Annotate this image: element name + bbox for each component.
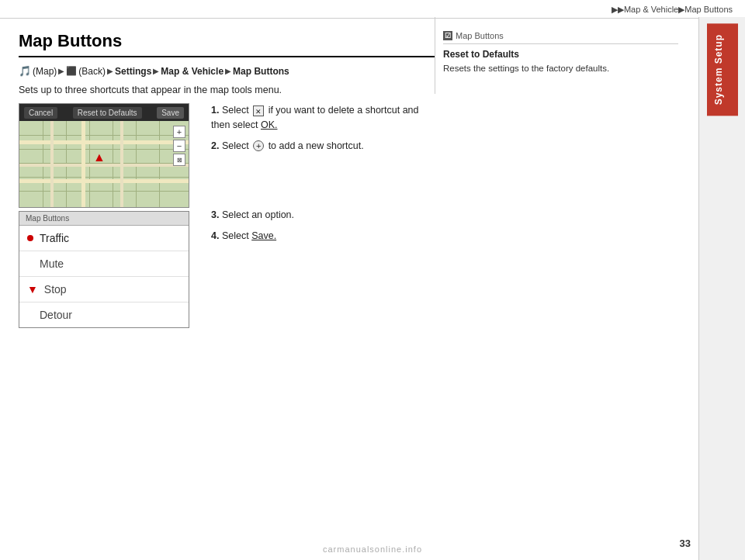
step-3: 3. Select an option. [211, 208, 435, 223]
grid-h2 [19, 149, 189, 150]
step-4-num: 4. [211, 230, 219, 241]
save-button[interactable]: Save [157, 107, 184, 119]
grid-h1 [19, 135, 189, 136]
content-left: Map Buttons 🎵 (Map) ▶ ⬛ (Back) ▶ Setting… [0, 17, 435, 347]
path-map-buttons: Map Buttons [233, 66, 289, 77]
steps-3-4-wrapper: 3. Select an option. 4. Select Save. [211, 208, 435, 244]
step-3-num: 3. [211, 209, 219, 220]
path-back-icon: ⬛ [66, 66, 77, 76]
map-screenshot: Cancel Reset to Defaults Save [19, 103, 189, 208]
path-settings: Settings [115, 66, 151, 77]
reset-title: Reset to Defaults [443, 49, 678, 60]
step-2-num: 2. [211, 140, 219, 151]
step-1-bold: OK. [261, 119, 278, 130]
cancel-button[interactable]: Cancel [24, 107, 57, 119]
reset-defaults-button[interactable]: Reset to Defaults [73, 107, 142, 119]
map-toolbar: Cancel Reset to Defaults Save [19, 104, 189, 121]
watermark: carmanualsonline.info [323, 544, 422, 554]
step-3-text: Select an option. [222, 209, 294, 220]
dropdown-label-detour: Detour [40, 309, 72, 321]
two-col-layout: Cancel Reset to Defaults Save [19, 103, 435, 328]
zoom-in-btn[interactable]: + [173, 126, 185, 138]
dropdown-label-traffic: Traffic [40, 232, 69, 244]
step-1: 1. Select ✕ if you want to delete a shor… [211, 103, 435, 133]
road-h3 [19, 179, 189, 183]
step-4-before: Select [222, 230, 249, 241]
path-arrow3: ▶ [153, 67, 159, 75]
path-arrow2: ▶ [107, 67, 113, 75]
road-v2 [81, 121, 85, 207]
stop-indicator: ▼ [27, 283, 38, 296]
dropdown-label-mute: Mute [40, 258, 64, 270]
right-sidebar: System Setup [698, 17, 745, 560]
path-icon-map: 🎵 [19, 65, 31, 77]
step-2-after: to add a new shortcut. [269, 140, 364, 151]
content-right: ☑ Map Buttons Reset to Defaults Resets t… [435, 17, 691, 94]
tilt-btn[interactable]: ⊠ [173, 154, 185, 166]
info-panel-header: ☑ Map Buttons [443, 31, 678, 44]
sidebar-tab-label: System Setup [707, 23, 738, 116]
grid-h5 [19, 191, 189, 192]
right-column: 1. Select ✕ if you want to delete a shor… [211, 103, 435, 249]
info-icon: ☑ [443, 31, 452, 40]
step-2: 2. Select + to add a new shortcut. [211, 139, 435, 154]
dropdown-header: Map Buttons [19, 212, 189, 226]
path-arrow4: ▶ [225, 67, 231, 75]
dropdown-item-detour[interactable]: Detour [19, 302, 189, 327]
step-1-num: 1. [211, 105, 219, 116]
info-panel-title: Map Buttons [456, 31, 504, 40]
traffic-indicator [27, 235, 33, 241]
path-map: (Map) [33, 66, 57, 77]
path-line: 🎵 (Map) ▶ ⬛ (Back) ▶ Settings ▶ Map & Ve… [19, 65, 435, 77]
page-number: 33 [680, 538, 691, 549]
map-buttons-dropdown: Map Buttons Traffic Mute ▼ Stop Detour [19, 211, 189, 328]
road-v1 [50, 121, 54, 207]
step-4: 4. Select Save. [211, 229, 435, 244]
road-v3 [120, 121, 123, 207]
map-controls: + − ⊠ [173, 126, 185, 166]
dropdown-item-stop[interactable]: ▼ Stop [19, 277, 189, 302]
map-body: ▲ + − ⊠ [19, 121, 189, 207]
location-marker: ▲ [93, 150, 106, 164]
zoom-out-btn[interactable]: − [173, 140, 185, 152]
path-arrow1: ▶ [58, 67, 64, 75]
path-back: (Back) [78, 66, 106, 77]
step-2-before: Select [222, 140, 249, 151]
reset-desc: Resets the settings to the factory defau… [443, 62, 678, 75]
dropdown-label-stop: Stop [44, 283, 67, 296]
dropdown-item-mute[interactable]: Mute [19, 251, 189, 277]
breadcrumb-bar: ▶▶Map & Vehicle▶Map Buttons [0, 0, 745, 19]
page-title: Map Buttons [19, 31, 435, 57]
left-column: Cancel Reset to Defaults Save [19, 103, 197, 328]
dropdown-item-traffic[interactable]: Traffic [19, 226, 189, 251]
road-h1 [19, 140, 189, 144]
step-1-before: Select [222, 105, 249, 116]
description-text: Sets up to three shortcuts that appear i… [19, 85, 435, 95]
breadcrumb-text: ▶▶Map & Vehicle▶Map Buttons [612, 5, 733, 14]
step-4-bold: Save. [251, 230, 276, 241]
path-map-vehicle: Map & Vehicle [161, 66, 224, 77]
add-icon: + [253, 140, 264, 151]
delete-icon: ✕ [253, 105, 264, 116]
grid-h4 [19, 177, 189, 178]
